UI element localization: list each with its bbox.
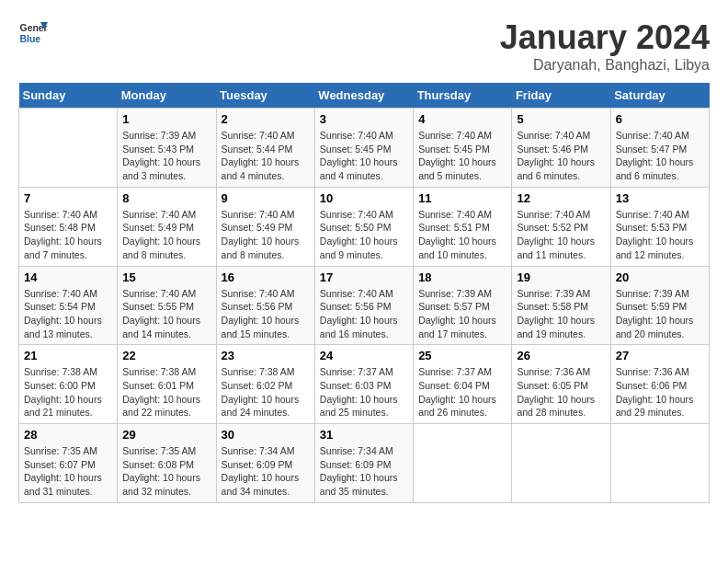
calendar-cell: [512, 424, 610, 503]
day-number: 18: [418, 270, 506, 284]
calendar-cell: 13Sunrise: 7:40 AM Sunset: 5:53 PM Dayli…: [610, 187, 709, 266]
day-number: 15: [122, 270, 210, 284]
day-number: 16: [222, 270, 310, 284]
day-number: 20: [616, 270, 704, 284]
day-number: 7: [24, 191, 112, 205]
day-number: 24: [320, 349, 408, 362]
calendar-cell: 28Sunrise: 7:35 AM Sunset: 6:07 PM Dayli…: [19, 424, 118, 503]
day-info: Sunrise: 7:37 AM Sunset: 6:03 PM Dayligh…: [320, 365, 408, 419]
calendar-cell: 4Sunrise: 7:40 AM Sunset: 5:45 PM Daylig…: [414, 109, 512, 188]
day-info: Sunrise: 7:40 AM Sunset: 5:50 PM Dayligh…: [320, 208, 408, 262]
calendar-cell: [414, 424, 512, 503]
day-number: 1: [122, 112, 210, 126]
calendar-cell: 14Sunrise: 7:40 AM Sunset: 5:54 PM Dayli…: [19, 266, 118, 345]
day-info: Sunrise: 7:35 AM Sunset: 6:08 PM Dayligh…: [122, 444, 210, 499]
weekday-header: Saturday: [610, 83, 709, 109]
day-info: Sunrise: 7:40 AM Sunset: 5:54 PM Dayligh…: [24, 287, 112, 341]
calendar-cell: 31Sunrise: 7:34 AM Sunset: 6:09 PM Dayli…: [314, 424, 413, 503]
calendar-cell: 24Sunrise: 7:37 AM Sunset: 6:03 PM Dayli…: [314, 345, 413, 424]
day-number: 19: [517, 270, 605, 284]
day-number: 4: [418, 112, 506, 126]
calendar-cell: 16Sunrise: 7:40 AM Sunset: 5:56 PM Dayli…: [216, 266, 314, 345]
calendar-cell: 19Sunrise: 7:39 AM Sunset: 5:58 PM Dayli…: [512, 266, 610, 345]
day-info: Sunrise: 7:37 AM Sunset: 6:04 PM Dayligh…: [418, 365, 506, 419]
calendar-cell: 10Sunrise: 7:40 AM Sunset: 5:50 PM Dayli…: [314, 187, 413, 266]
title-block: January 2024 Daryanah, Banghazi, Libya: [500, 18, 710, 74]
day-number: 26: [517, 349, 605, 362]
day-info: Sunrise: 7:39 AM Sunset: 5:57 PM Dayligh…: [418, 287, 506, 341]
calendar-week-row: 21Sunrise: 7:38 AM Sunset: 6:00 PM Dayli…: [19, 345, 710, 424]
calendar-cell: 21Sunrise: 7:38 AM Sunset: 6:00 PM Dayli…: [19, 345, 118, 424]
month-title: January 2024: [500, 18, 710, 57]
weekday-header: Wednesday: [314, 83, 413, 109]
day-info: Sunrise: 7:39 AM Sunset: 5:59 PM Dayligh…: [616, 287, 704, 341]
day-number: 3: [320, 112, 408, 126]
calendar-cell: 15Sunrise: 7:40 AM Sunset: 5:55 PM Dayli…: [118, 266, 216, 345]
day-info: Sunrise: 7:40 AM Sunset: 5:47 PM Dayligh…: [616, 129, 704, 183]
calendar-body: 1Sunrise: 7:39 AM Sunset: 5:43 PM Daylig…: [19, 109, 710, 503]
day-info: Sunrise: 7:40 AM Sunset: 5:49 PM Dayligh…: [222, 208, 310, 262]
day-info: Sunrise: 7:40 AM Sunset: 5:51 PM Dayligh…: [418, 208, 506, 262]
day-number: 23: [222, 349, 310, 362]
day-number: 25: [418, 349, 506, 362]
weekday-header: Sunday: [19, 83, 118, 109]
calendar-cell: 20Sunrise: 7:39 AM Sunset: 5:59 PM Dayli…: [610, 266, 709, 345]
calendar-cell: 30Sunrise: 7:34 AM Sunset: 6:09 PM Dayli…: [216, 424, 314, 503]
day-number: 6: [616, 112, 704, 126]
calendar-week-row: 7Sunrise: 7:40 AM Sunset: 5:48 PM Daylig…: [19, 187, 710, 266]
calendar-cell: 22Sunrise: 7:38 AM Sunset: 6:01 PM Dayli…: [118, 345, 216, 424]
day-number: 17: [320, 270, 408, 284]
day-number: 9: [222, 191, 310, 205]
day-number: 13: [616, 191, 704, 205]
day-info: Sunrise: 7:36 AM Sunset: 6:06 PM Dayligh…: [616, 365, 704, 419]
day-number: 21: [24, 349, 112, 362]
calendar-week-row: 28Sunrise: 7:35 AM Sunset: 6:07 PM Dayli…: [19, 424, 710, 503]
day-info: Sunrise: 7:38 AM Sunset: 6:01 PM Dayligh…: [122, 365, 210, 419]
calendar-cell: 5Sunrise: 7:40 AM Sunset: 5:46 PM Daylig…: [512, 109, 610, 188]
day-number: 2: [222, 112, 310, 126]
day-number: 12: [517, 191, 605, 205]
day-info: Sunrise: 7:40 AM Sunset: 5:52 PM Dayligh…: [517, 208, 605, 262]
day-info: Sunrise: 7:40 AM Sunset: 5:44 PM Dayligh…: [222, 129, 310, 183]
calendar-cell: 1Sunrise: 7:39 AM Sunset: 5:43 PM Daylig…: [118, 109, 216, 188]
day-number: 30: [222, 428, 310, 442]
weekday-header: Thursday: [414, 83, 512, 109]
calendar-cell: 12Sunrise: 7:40 AM Sunset: 5:52 PM Dayli…: [512, 187, 610, 266]
calendar-cell: 29Sunrise: 7:35 AM Sunset: 6:08 PM Dayli…: [118, 424, 216, 503]
calendar-cell: [19, 109, 118, 188]
day-info: Sunrise: 7:40 AM Sunset: 5:56 PM Dayligh…: [222, 287, 310, 341]
day-info: Sunrise: 7:40 AM Sunset: 5:55 PM Dayligh…: [122, 287, 210, 341]
logo: General Blue: [18, 18, 48, 48]
day-number: 11: [418, 191, 506, 205]
day-number: 14: [24, 270, 112, 284]
page-header: General Blue January 2024 Daryanah, Bang…: [18, 18, 710, 74]
day-info: Sunrise: 7:40 AM Sunset: 5:45 PM Dayligh…: [418, 129, 506, 183]
day-number: 27: [616, 349, 704, 362]
calendar-cell: 7Sunrise: 7:40 AM Sunset: 5:48 PM Daylig…: [19, 187, 118, 266]
calendar-cell: 17Sunrise: 7:40 AM Sunset: 5:56 PM Dayli…: [314, 266, 413, 345]
svg-text:Blue: Blue: [20, 34, 41, 44]
weekday-header: Monday: [118, 83, 216, 109]
calendar-cell: 3Sunrise: 7:40 AM Sunset: 5:45 PM Daylig…: [314, 109, 413, 188]
calendar-cell: 18Sunrise: 7:39 AM Sunset: 5:57 PM Dayli…: [414, 266, 512, 345]
calendar-cell: 11Sunrise: 7:40 AM Sunset: 5:51 PM Dayli…: [414, 187, 512, 266]
calendar-header-row: SundayMondayTuesdayWednesdayThursdayFrid…: [19, 83, 710, 109]
calendar-cell: 23Sunrise: 7:38 AM Sunset: 6:02 PM Dayli…: [216, 345, 314, 424]
day-info: Sunrise: 7:40 AM Sunset: 5:56 PM Dayligh…: [320, 287, 408, 341]
weekday-header: Tuesday: [216, 83, 314, 109]
day-info: Sunrise: 7:36 AM Sunset: 6:05 PM Dayligh…: [517, 365, 605, 419]
calendar-week-row: 14Sunrise: 7:40 AM Sunset: 5:54 PM Dayli…: [19, 266, 710, 345]
day-number: 5: [517, 112, 605, 126]
calendar-cell: 27Sunrise: 7:36 AM Sunset: 6:06 PM Dayli…: [610, 345, 709, 424]
day-info: Sunrise: 7:40 AM Sunset: 5:48 PM Dayligh…: [24, 208, 112, 262]
calendar-cell: 9Sunrise: 7:40 AM Sunset: 5:49 PM Daylig…: [216, 187, 314, 266]
day-number: 29: [122, 428, 210, 442]
day-info: Sunrise: 7:34 AM Sunset: 6:09 PM Dayligh…: [320, 444, 408, 499]
calendar-week-row: 1Sunrise: 7:39 AM Sunset: 5:43 PM Daylig…: [19, 109, 710, 188]
calendar-cell: [610, 424, 709, 503]
calendar-cell: 26Sunrise: 7:36 AM Sunset: 6:05 PM Dayli…: [512, 345, 610, 424]
day-info: Sunrise: 7:38 AM Sunset: 6:00 PM Dayligh…: [24, 365, 112, 419]
day-info: Sunrise: 7:39 AM Sunset: 5:43 PM Dayligh…: [122, 129, 210, 183]
calendar-cell: 2Sunrise: 7:40 AM Sunset: 5:44 PM Daylig…: [216, 109, 314, 188]
day-info: Sunrise: 7:39 AM Sunset: 5:58 PM Dayligh…: [517, 287, 605, 341]
